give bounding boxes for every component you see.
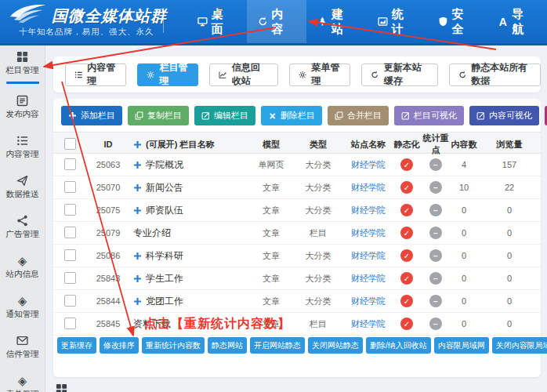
- sidebar-item[interactable]: 发布内容: [0, 85, 45, 125]
- cell-site-link[interactable]: 财经学院: [351, 251, 386, 260]
- row-checkbox[interactable]: [64, 181, 76, 193]
- expand-plus-icon[interactable]: [133, 297, 142, 306]
- focus-off-icon[interactable]: −: [429, 158, 442, 171]
- row-checkbox[interactable]: [64, 204, 76, 216]
- focus-off-icon[interactable]: −: [429, 318, 442, 330]
- sidebar-item[interactable]: 栏目管理: [0, 45, 45, 85]
- nav-item[interactable]: 桌面: [187, 0, 247, 43]
- action-button[interactable]: × 删除栏目: [261, 106, 322, 125]
- batch-action-button[interactable]: 删除/纳入回收站: [366, 337, 431, 354]
- cell-content-count: 0: [450, 205, 478, 215]
- focus-off-icon[interactable]: −: [429, 295, 442, 307]
- row-checkbox[interactable]: [64, 227, 76, 238]
- expand-plus-icon[interactable]: [133, 206, 142, 215]
- toolbar-button[interactable]: 静态本站所有数据: [449, 64, 541, 86]
- nav-item[interactable]: 内容: [247, 0, 307, 43]
- sidebar-item[interactable]: 信件管理: [0, 325, 45, 365]
- batch-action-button[interactable]: 重新统计内容数: [142, 337, 205, 354]
- select-all-checkbox[interactable]: [64, 138, 76, 150]
- cell-column-name[interactable]: 学院概况: [146, 158, 183, 172]
- nav-item[interactable]: 建站: [306, 0, 367, 43]
- static-on-icon[interactable]: ✓: [400, 318, 413, 330]
- toolbar-button[interactable]: 信息回收站: [209, 64, 278, 86]
- toolbar-button[interactable]: 更新本站缓存: [361, 64, 438, 86]
- cell-site-link[interactable]: 财经学院: [351, 296, 386, 306]
- action-button[interactable]: 复制栏目: [128, 106, 189, 125]
- sidebar-item[interactable]: 广告管理: [0, 205, 45, 245]
- row-checkbox[interactable]: [64, 272, 76, 284]
- cell-id: 25075: [86, 205, 130, 215]
- cell-site-link[interactable]: 财经学院: [351, 274, 386, 283]
- batch-action-button[interactable]: 静态网站: [208, 337, 247, 354]
- cell-site-link[interactable]: 财经学院: [351, 160, 386, 169]
- cell-column-name[interactable]: 党团工作: [146, 295, 183, 308]
- row-checkbox[interactable]: [64, 249, 76, 261]
- row-checkbox[interactable]: [64, 295, 76, 307]
- static-on-icon[interactable]: ✓: [400, 181, 413, 194]
- nav-item[interactable]: 安全: [427, 0, 487, 43]
- nav-item[interactable]: 统计: [367, 0, 427, 43]
- expand-plus-icon[interactable]: [133, 161, 142, 169]
- cell-type: 大分类: [292, 205, 345, 216]
- batch-action-button[interactable]: 开启网站静态: [250, 337, 305, 354]
- cell-column-name[interactable]: 新闻公告: [146, 181, 183, 194]
- batch-action-button[interactable]: 更新缓存: [57, 337, 96, 354]
- chart-icon: [378, 16, 388, 27]
- static-on-icon[interactable]: ✓: [400, 158, 413, 171]
- sidebar-item[interactable]: 内容管理: [0, 125, 45, 165]
- action-button[interactable]: 添加栏目: [61, 106, 122, 125]
- static-on-icon[interactable]: ✓: [400, 272, 413, 285]
- batch-action-button[interactable]: 内容限局域网: [434, 337, 489, 354]
- nav-item[interactable]: A 导航: [487, 0, 547, 43]
- sidebar-item[interactable]: 数据推送: [0, 165, 45, 205]
- row-checkbox[interactable]: [64, 318, 76, 329]
- expand-plus-icon[interactable]: [133, 252, 142, 260]
- static-on-icon[interactable]: ✓: [400, 249, 413, 262]
- action-button[interactable]: 栏目可视化: [394, 106, 464, 125]
- expand-plus-icon[interactable]: [133, 274, 142, 283]
- cell-site-link[interactable]: 财经学院: [351, 183, 386, 192]
- header-divider: [163, 9, 164, 33]
- row-checkbox[interactable]: [64, 158, 76, 170]
- static-on-icon[interactable]: ✓: [400, 295, 413, 307]
- focus-off-icon[interactable]: −: [429, 227, 442, 239]
- focus-off-icon[interactable]: −: [429, 249, 442, 262]
- static-on-icon[interactable]: ✓: [400, 227, 413, 239]
- expand-plus-icon[interactable]: [133, 183, 142, 192]
- expand-all-plus-icon[interactable]: [133, 140, 142, 149]
- sidebar-item[interactable]: ◈ 表单管理: [0, 365, 45, 392]
- action-button[interactable]: 内容可视化: [469, 106, 539, 125]
- cell-column-name[interactable]: 师资队伍: [146, 204, 183, 217]
- action-button-row: 添加栏目 复制栏目 编辑栏目 × 删除栏目: [53, 99, 541, 125]
- sidebar-item[interactable]: ◈ 通知管理: [0, 285, 45, 325]
- cell-column-name[interactable]: 科学科研: [146, 249, 183, 263]
- cell-column-name[interactable]: 专业介绍: [133, 227, 171, 240]
- batch-action-button[interactable]: 关闭网站静态: [308, 337, 363, 354]
- cell-site-link[interactable]: 财经学院: [351, 228, 386, 238]
- focus-off-icon[interactable]: −: [429, 204, 442, 216]
- cell-site-link[interactable]: 财经学院: [351, 319, 386, 328]
- cell-model: 文章: [251, 296, 292, 307]
- cell-model: 文章: [251, 182, 292, 194]
- table-row: 25086 科学科研 文章 大分类 财经学院 ✓ − 0 0: [53, 245, 541, 267]
- action-button[interactable]: 编辑栏目: [194, 106, 255, 125]
- static-on-icon[interactable]: ✓: [400, 204, 413, 216]
- edit-icon: [201, 111, 210, 120]
- toolbar-button[interactable]: 菜单管理: [289, 64, 350, 86]
- cell-id: 25086: [86, 251, 130, 260]
- nav-item-label: 建站: [331, 7, 356, 37]
- action-button[interactable]: 合并栏目: [328, 106, 389, 125]
- cell-content-count: 10: [450, 183, 478, 192]
- toolbar-button[interactable]: 栏目管理: [137, 64, 198, 86]
- cell-id: 25063: [86, 160, 130, 169]
- focus-off-icon[interactable]: −: [429, 181, 442, 194]
- batch-action-button[interactable]: 修改排序: [100, 337, 139, 354]
- cell-column-name[interactable]: 学生工作: [146, 272, 183, 285]
- sidebar-item[interactable]: ◈ 站内信息: [0, 245, 45, 285]
- cell-site-link[interactable]: 财经学院: [351, 205, 386, 215]
- batch-action-button[interactable]: 关闭内容限局域网: [492, 337, 547, 354]
- focus-off-icon[interactable]: −: [429, 272, 442, 285]
- cell-id: 25843: [86, 274, 130, 283]
- toolbar-button[interactable]: 内容管理: [65, 64, 126, 86]
- header-id: ID: [86, 140, 130, 149]
